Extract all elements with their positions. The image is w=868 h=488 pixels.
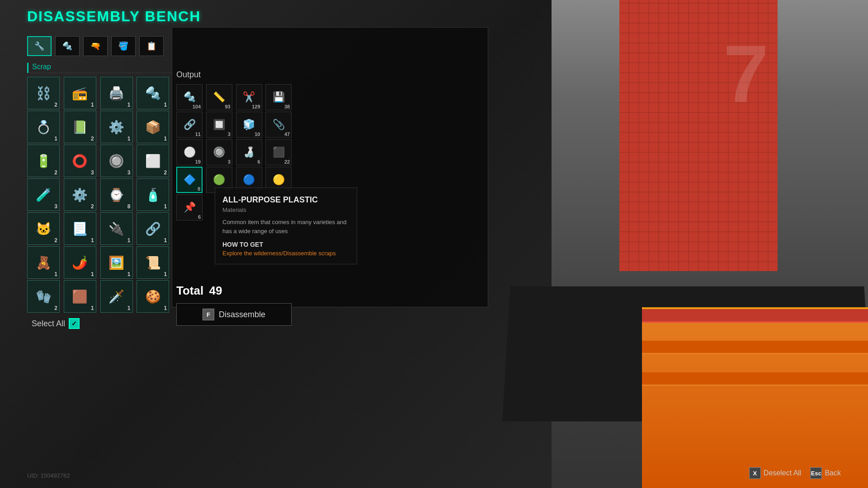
output-item-2[interactable]: ✂️ 129 — [236, 84, 262, 110]
item-count: 2 — [91, 203, 94, 210]
output-item-11[interactable]: ⬛ 22 — [265, 139, 292, 165]
output-item-9[interactable]: 🔘 3 — [206, 139, 232, 165]
inventory-item-3[interactable]: 🔩 1 — [137, 77, 169, 109]
item-icon: 🍪 — [141, 284, 165, 309]
output-item-icon: 🔩 — [184, 91, 196, 103]
output-item-5[interactable]: 🔲 3 — [206, 112, 232, 138]
output-item-8[interactable]: ⚪ 19 — [176, 139, 203, 165]
output-item-icon: 📌 — [184, 202, 196, 213]
output-item-6[interactable]: 🧊 10 — [236, 112, 262, 138]
category-tabs: 🔧 🔩 🔫 🪣 📋 — [27, 36, 172, 56]
inventory-item-22[interactable]: 🖼️ 1 — [100, 246, 133, 279]
item-icon: 📗 — [68, 115, 92, 139]
output-item-icon: 📎 — [273, 119, 285, 131]
inventory-item-20[interactable]: 🧸 1 — [27, 246, 60, 279]
item-count: 1 — [127, 271, 131, 277]
item-icon: 🔋 — [31, 149, 56, 173]
item-count: 1 — [164, 305, 167, 311]
item-icon: 🖨️ — [104, 81, 129, 105]
output-item-7[interactable]: 📎 47 — [265, 112, 292, 138]
item-count: 3 — [54, 203, 57, 210]
item-icon: ⭕ — [68, 149, 92, 173]
output-item-3[interactable]: 💾 38 — [265, 84, 292, 110]
output-item-icon: ⚪ — [184, 146, 196, 158]
disassemble-button[interactable]: F Disassemble — [176, 303, 292, 326]
output-item-count: 10 — [255, 131, 260, 137]
output-item-13[interactable]: 🟢 24 — [206, 167, 232, 193]
item-icon: 🧸 — [31, 250, 56, 275]
output-item-12[interactable]: 🔷 8 — [176, 167, 203, 193]
item-count: 1 — [164, 102, 167, 108]
tab-containers[interactable]: 🪣 — [111, 36, 136, 56]
output-item-icon: 🔗 — [184, 119, 196, 131]
output-item-icon: 📏 — [213, 91, 225, 103]
output-item-count: 19 — [195, 159, 201, 164]
output-item-16[interactable]: 📌 6 — [176, 194, 203, 221]
output-item-icon: 🧊 — [243, 119, 255, 131]
item-count: 2 — [54, 237, 57, 244]
inventory-item-6[interactable]: ⚙️ 1 — [100, 111, 133, 143]
inventory-item-9[interactable]: ⭕ 3 — [64, 145, 96, 177]
item-icon: 🧴 — [141, 183, 165, 207]
inventory-item-19[interactable]: 🔗 1 — [137, 212, 169, 245]
inventory-item-27[interactable]: 🍪 1 — [137, 280, 169, 313]
item-count: 1 — [91, 237, 94, 244]
tab-tools[interactable]: 🔧 — [27, 36, 52, 56]
output-item-count: 8 — [198, 186, 200, 192]
item-icon: 🗡️ — [104, 284, 129, 309]
output-item-icon: 🔷 — [184, 174, 196, 186]
tab-parts[interactable]: 🔩 — [55, 36, 80, 56]
inventory-item-24[interactable]: 🧤 2 — [27, 280, 60, 313]
output-item-count: 24 — [225, 187, 231, 192]
inventory-item-25[interactable]: 🟫 1 — [64, 280, 96, 313]
item-icon: ⚙️ — [68, 183, 92, 207]
output-item-icon: ✂️ — [243, 91, 255, 103]
inventory-item-23[interactable]: 📜 1 — [137, 246, 169, 279]
item-count: 2 — [54, 305, 57, 311]
disassemble-key: F — [203, 309, 214, 320]
item-count: 2 — [54, 102, 57, 108]
item-count: 1 — [164, 203, 167, 210]
inventory-item-0[interactable]: ⛓️ 2 — [27, 77, 60, 109]
inventory-item-12[interactable]: 🧪 3 — [27, 178, 60, 211]
inventory-item-15[interactable]: 🧴 1 — [137, 178, 169, 211]
item-count: 1 — [91, 305, 94, 311]
output-item-1[interactable]: 📏 93 — [206, 84, 232, 110]
tab-misc[interactable]: 📋 — [139, 36, 164, 56]
output-item-icon: 🟢 — [213, 174, 225, 186]
inventory-item-7[interactable]: 📦 1 — [137, 111, 169, 143]
item-icon: 📻 — [68, 81, 92, 105]
inventory-item-16[interactable]: 🐱 2 — [27, 212, 60, 245]
inventory-item-14[interactable]: ⌚ 8 — [100, 178, 133, 211]
inventory-item-18[interactable]: 🔌 1 — [100, 212, 133, 245]
inventory-item-13[interactable]: ⚙️ 2 — [64, 178, 96, 211]
item-icon: 📃 — [68, 216, 92, 241]
inventory-item-8[interactable]: 🔋 2 — [27, 145, 60, 177]
inventory-item-10[interactable]: 🔘 3 — [100, 145, 133, 177]
output-item-15[interactable]: 🟡 6 — [265, 167, 292, 193]
output-item-icon: 🔲 — [213, 119, 225, 131]
item-icon: 💍 — [31, 115, 56, 139]
inventory-item-1[interactable]: 📻 1 — [64, 77, 96, 109]
inventory-item-2[interactable]: 🖨️ 1 — [100, 77, 133, 109]
toolbox — [642, 307, 868, 488]
tab-weapons[interactable]: 🔫 — [83, 36, 108, 56]
item-icon: 🌶️ — [68, 250, 92, 275]
output-item-4[interactable]: 🔗 11 — [176, 112, 203, 138]
inventory-item-11[interactable]: ⬜ 2 — [137, 145, 169, 177]
item-icon: 📦 — [141, 115, 165, 139]
item-count: 2 — [164, 169, 167, 176]
inventory-item-5[interactable]: 📗 2 — [64, 111, 96, 143]
inventory-item-21[interactable]: 🌶️ 1 — [64, 246, 96, 279]
output-item-14[interactable]: 🔵 18 — [236, 167, 262, 193]
inventory-item-4[interactable]: 💍 1 — [27, 111, 60, 143]
output-item-icon: ⬛ — [273, 146, 285, 158]
output-item-0[interactable]: 🔩 104 — [176, 84, 203, 110]
select-all-checkbox[interactable]: ✓ — [69, 318, 80, 329]
output-item-icon: 🍶 — [243, 146, 255, 158]
output-item-count: 11 — [195, 131, 201, 137]
inventory-item-26[interactable]: 🗡️ 1 — [100, 280, 133, 313]
inventory-item-17[interactable]: 📃 1 — [64, 212, 96, 245]
output-item-10[interactable]: 🍶 6 — [236, 139, 262, 165]
output-item-count: 129 — [252, 104, 260, 109]
